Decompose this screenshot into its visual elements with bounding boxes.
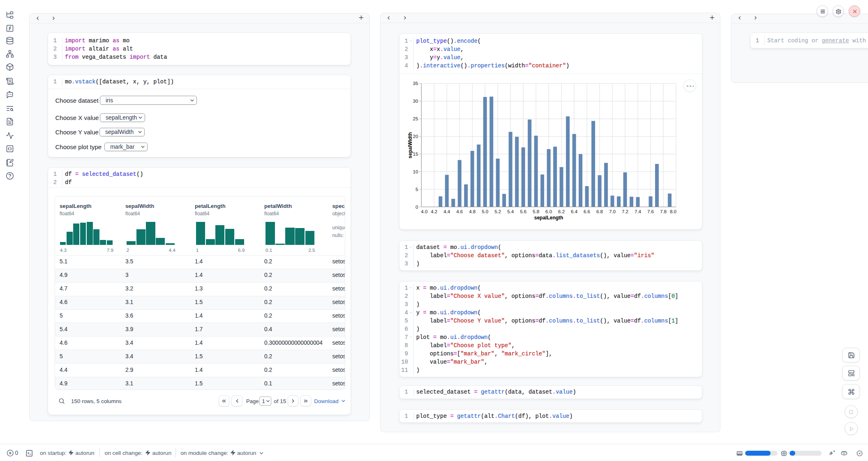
svg-text:20: 20	[413, 134, 418, 139]
svg-text:6.4: 6.4	[571, 209, 578, 214]
svg-text:5.6: 5.6	[520, 209, 526, 214]
svg-text:7.8: 7.8	[660, 209, 667, 214]
svg-text:4.0: 4.0	[421, 209, 427, 214]
svg-text:35: 35	[413, 81, 418, 86]
svg-text:6.8: 6.8	[596, 209, 603, 214]
svg-text:7.2: 7.2	[622, 209, 628, 214]
svg-text:7.0: 7.0	[609, 209, 616, 214]
svg-text:25: 25	[413, 116, 418, 121]
svg-text:0: 0	[416, 205, 418, 210]
svg-text:15: 15	[413, 152, 418, 157]
svg-text:sepalLength: sepalLength	[534, 215, 563, 221]
svg-text:6.0: 6.0	[545, 209, 552, 214]
svg-text:4.2: 4.2	[431, 209, 437, 214]
svg-text:7.6: 7.6	[647, 209, 654, 214]
svg-text:5.8: 5.8	[533, 209, 539, 214]
svg-text:10: 10	[413, 169, 418, 174]
svg-text:7.4: 7.4	[635, 209, 642, 214]
svg-text:5: 5	[416, 187, 418, 192]
svg-text:4.6: 4.6	[456, 209, 463, 214]
svg-text:5.2: 5.2	[494, 209, 501, 214]
svg-text:5.0: 5.0	[482, 209, 488, 214]
svg-text:4.4: 4.4	[443, 209, 450, 214]
svg-text:6.6: 6.6	[584, 209, 590, 214]
svg-text:8.0: 8.0	[670, 209, 676, 214]
svg-text:30: 30	[413, 99, 418, 104]
svg-text:4.8: 4.8	[469, 209, 476, 214]
svg-text:sepalWidth: sepalWidth	[407, 132, 413, 159]
svg-text:6.2: 6.2	[558, 209, 565, 214]
svg-text:5.4: 5.4	[507, 209, 514, 214]
